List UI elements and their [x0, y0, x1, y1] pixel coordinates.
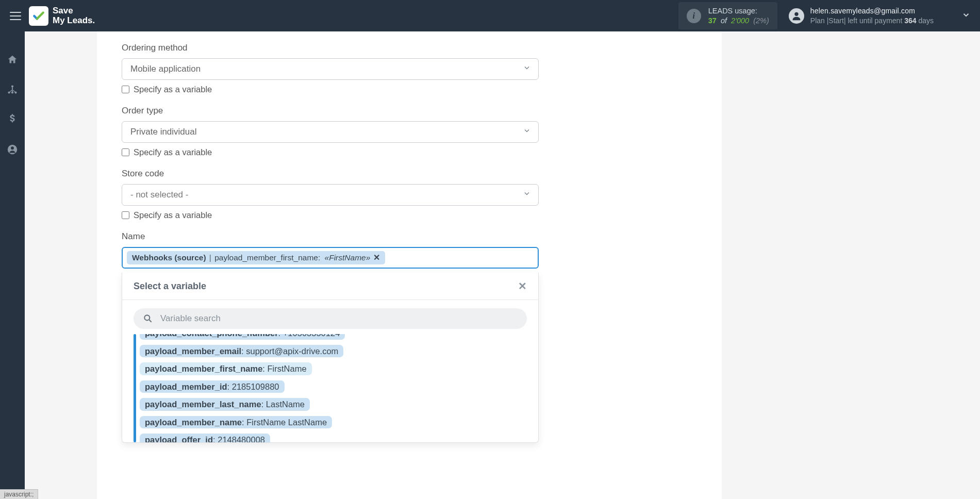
field-name: Name Webhooks (source) | payload_member_… [122, 231, 539, 269]
dropdown-header: Select a variable ✕ [122, 273, 538, 300]
sidebar-item-home[interactable] [0, 52, 25, 68]
variable-option[interactable]: payload_member_id: 2185109880 [140, 380, 285, 393]
list-indicator [134, 334, 136, 442]
hamburger-button[interactable] [6, 7, 25, 25]
search-input[interactable] [160, 313, 518, 324]
logo-line2: My Leads. [53, 16, 95, 26]
sidebar-item-billing[interactable] [0, 112, 25, 127]
leads-text: LEADS usage: 37 of 2'000 (2%) [708, 6, 769, 26]
checkbox-input[interactable] [122, 148, 129, 156]
logo-icon [29, 6, 48, 26]
variable-option[interactable]: payload_member_last_name: LastName [140, 398, 310, 411]
variable-tag[interactable]: Webhooks (source) | payload_member_first… [127, 251, 385, 264]
user-block[interactable]: helen.savemyleads@gmail.com Plan |Start|… [789, 6, 974, 26]
svg-point-0 [794, 12, 798, 15]
chevron-down-icon [523, 127, 531, 138]
label-ordering-method: Ordering method [122, 43, 539, 53]
main-area: Ordering method Mobile application Speci… [25, 31, 980, 499]
variable-dropdown: Select a variable ✕ payload_contact_phon… [122, 273, 539, 443]
field-ordering-method: Ordering method Mobile application Speci… [122, 43, 539, 94]
logo-line1: Save [53, 6, 95, 16]
leads-label: LEADS usage: [708, 6, 769, 16]
user-menu-chevron[interactable] [961, 10, 971, 22]
user-email: helen.savemyleads@gmail.com [810, 6, 934, 16]
avatar-icon [789, 8, 804, 24]
chevron-down-icon [523, 64, 531, 75]
close-icon[interactable]: ✕ [518, 280, 527, 292]
label-name: Name [122, 231, 539, 242]
topbar: Save My Leads. i LEADS usage: 37 of 2'00… [0, 0, 980, 31]
select-store-code[interactable]: - not selected - [122, 184, 539, 206]
dropdown-title: Select a variable [134, 281, 206, 292]
svg-point-7 [144, 315, 150, 320]
user-text: helen.savemyleads@gmail.com Plan |Start|… [810, 6, 934, 26]
logo-text: Save My Leads. [53, 6, 95, 25]
select-ordering-method[interactable]: Mobile application [122, 58, 539, 80]
checkbox-input[interactable] [122, 211, 129, 219]
variable-option[interactable]: payload_contact_phone_number: +103033301… [140, 334, 345, 340]
chevron-down-icon [523, 190, 531, 201]
sidebar-item-account[interactable] [0, 142, 25, 157]
svg-point-1 [11, 85, 13, 87]
variable-option[interactable]: payload_member_email: support@apix-drive… [140, 345, 343, 358]
form-panel: Ordering method Mobile application Speci… [97, 31, 722, 499]
hamburger-icon [10, 12, 21, 20]
variable-list: payload_contact_phone_number: +103033301… [122, 334, 538, 442]
input-name[interactable]: Webhooks (source) | payload_member_first… [122, 247, 539, 269]
checkbox-ordering-method-variable[interactable]: Specify as a variable [122, 85, 539, 94]
checkbox-order-type-variable[interactable]: Specify as a variable [122, 147, 539, 157]
svg-point-3 [11, 91, 13, 93]
search-field[interactable] [134, 308, 527, 329]
label-order-type: Order type [122, 106, 539, 116]
svg-point-6 [11, 146, 14, 149]
user-plan: Plan |Start| left until payment 364 days [810, 16, 934, 26]
label-store-code: Store code [122, 169, 539, 179]
leads-usage-box[interactable]: i LEADS usage: 37 of 2'000 (2%) [678, 2, 777, 30]
search-icon [143, 313, 153, 324]
checkbox-store-code-variable[interactable]: Specify as a variable [122, 210, 539, 220]
variable-option[interactable]: payload_member_name: FirstName LastName [140, 416, 332, 429]
remove-tag-icon[interactable]: ✕ [373, 253, 380, 262]
variable-option[interactable]: payload_offer_id: 2148480008 [140, 434, 270, 442]
field-store-code: Store code - not selected - Specify as a… [122, 169, 539, 220]
info-icon: i [687, 9, 701, 23]
leads-used: 37 [708, 16, 717, 25]
checkbox-input[interactable] [122, 86, 129, 93]
sidebar-item-connections[interactable] [0, 82, 25, 97]
select-order-type[interactable]: Private individual [122, 121, 539, 143]
variable-option[interactable]: payload_member_first_name: FirstName [140, 362, 312, 375]
field-order-type: Order type Private individual Specify as… [122, 106, 539, 157]
status-bar-hint: javascript:; [0, 489, 38, 499]
sidebar [0, 31, 25, 499]
